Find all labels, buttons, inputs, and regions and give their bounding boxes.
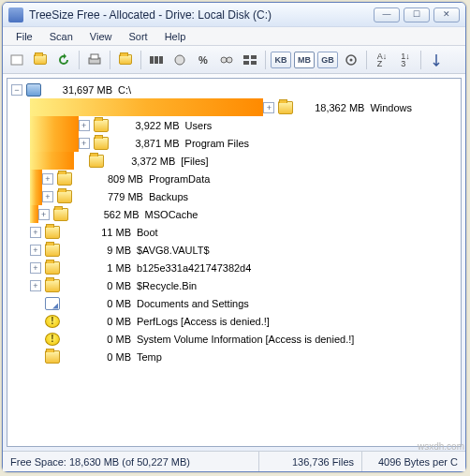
toolbar-separator: [265, 51, 266, 69]
tree-row[interactable]: +3,871 MBProgram Files: [7, 134, 461, 152]
tree-row[interactable]: +562 MBMSOCache: [7, 205, 461, 223]
allocated-mode-button[interactable]: [169, 50, 190, 70]
unit-gb-button[interactable]: GB: [317, 52, 338, 68]
expand-toggle[interactable]: +: [38, 209, 50, 220]
auto-unit-button[interactable]: [341, 50, 361, 70]
tree-row[interactable]: !0 MBPerfLogs [Access is denied.!]: [7, 312, 461, 330]
unit-kb-button[interactable]: KB: [271, 52, 291, 68]
row-name: Windows: [370, 102, 412, 113]
expand-toggle[interactable]: +: [79, 120, 90, 131]
title-bar[interactable]: TreeSize Free - Allocated - Drive: Local…: [3, 3, 465, 27]
warn-icon: !: [45, 315, 60, 328]
folder-icon: [45, 350, 60, 364]
toolbar-separator: [420, 51, 421, 69]
row-size: 0 MB: [66, 316, 137, 327]
svg-point-14: [350, 58, 353, 61]
row-size: 562 MB: [74, 209, 145, 220]
size-bar: [30, 116, 79, 134]
row-size: 0 MB: [66, 298, 137, 309]
row-name: PerfLogs [Access is denied.!]: [137, 316, 270, 327]
row-size: 3,372 MB: [110, 156, 181, 167]
menu-help[interactable]: Help: [157, 29, 194, 44]
tree-row[interactable]: !0 MBSystem Volume Information [Access i…: [7, 330, 461, 348]
size-bar: [30, 187, 42, 205]
close-button[interactable]: ✕: [433, 7, 460, 22]
svg-rect-4: [154, 56, 158, 64]
menu-file[interactable]: File: [8, 29, 40, 44]
toolbar-separator: [79, 51, 80, 69]
folder-icon: [89, 155, 104, 168]
expand-toggle[interactable]: +: [30, 227, 41, 238]
row-name: Users: [185, 120, 213, 131]
size-bar: [30, 170, 42, 187]
size-bar: [30, 134, 79, 152]
new-scan-button[interactable]: [7, 50, 27, 70]
expand-toggle: [74, 156, 85, 167]
tree-row[interactable]: +1 MBb125e331a421747382d4: [7, 259, 461, 276]
app-window: TreeSize Free - Allocated - Drive: Local…: [2, 2, 466, 472]
tree-row[interactable]: +3,922 MBUsers: [7, 116, 461, 134]
row-name: System Volume Information [Access is den…: [137, 334, 354, 345]
expand-toggle: [30, 298, 41, 309]
expand-toggle: [30, 316, 41, 327]
size-bar: [30, 98, 263, 116]
row-name: MSOCache: [145, 209, 198, 220]
expand-toggle[interactable]: +: [263, 102, 274, 113]
row-name: b125e331a421747382d4: [137, 262, 251, 274]
percent-mode-button[interactable]: %: [193, 50, 213, 70]
folder-icon: [45, 244, 60, 257]
toolbar-separator: [140, 51, 141, 69]
row-name: Documents and Settings: [137, 298, 249, 309]
folder-icon: [57, 190, 72, 203]
sort-name-button[interactable]: A↓Z: [372, 50, 392, 70]
expand-button[interactable]: [426, 50, 447, 70]
expand-toggle[interactable]: +: [79, 138, 90, 149]
row-size: 0 MB: [66, 351, 137, 363]
maximize-button[interactable]: ☐: [404, 7, 430, 22]
tree-view[interactable]: − 31,697 MB C:\ +18,362 MBWindows+3,922 …: [7, 78, 462, 447]
tree-row[interactable]: +0 MB$Recycle.Bin: [7, 276, 461, 294]
open-folder-button[interactable]: [30, 50, 51, 70]
explore-button[interactable]: [115, 50, 136, 70]
svg-rect-5: [159, 56, 163, 64]
tree-row[interactable]: +779 MBBackups: [7, 187, 461, 205]
drive-icon: [26, 83, 41, 97]
tree-row[interactable]: +809 MBProgramData: [7, 170, 461, 187]
svg-rect-0: [11, 55, 22, 65]
tree-row[interactable]: +11 MBBoot: [7, 223, 461, 241]
tree-row[interactable]: +18,362 MBWindows: [7, 98, 461, 116]
sort-size-button[interactable]: 1↓3: [395, 50, 416, 70]
filecount-mode-button[interactable]: [216, 50, 237, 70]
unit-mb-button[interactable]: MB: [294, 52, 315, 68]
menu-bar: File Scan View Sort Help: [3, 27, 465, 46]
menu-sort[interactable]: Sort: [121, 29, 154, 44]
expand-toggle[interactable]: +: [42, 173, 53, 185]
svg-rect-2: [91, 54, 98, 59]
menu-scan[interactable]: Scan: [42, 29, 81, 44]
menu-view[interactable]: View: [82, 29, 120, 44]
size-bar: [30, 205, 38, 223]
tree-row[interactable]: 0 MBDocuments and Settings: [7, 294, 461, 312]
status-free-space: Free Space: 18,630 MB (of 50,227 MB): [3, 452, 259, 471]
row-size: 0 MB: [66, 334, 137, 345]
tree-row[interactable]: +9 MB$AVG8.VAULT$: [7, 241, 461, 259]
row-name: Backups: [149, 191, 188, 202]
refresh-button[interactable]: [53, 50, 74, 70]
expand-toggle[interactable]: +: [42, 191, 53, 202]
details-mode-button[interactable]: [240, 50, 260, 70]
row-size: 3,922 MB: [114, 120, 185, 131]
expand-toggle[interactable]: +: [30, 280, 41, 291]
row-size: 0 MB: [66, 280, 137, 291]
expand-toggle[interactable]: +: [30, 245, 41, 256]
expand-toggle: [30, 334, 41, 345]
size-mode-button[interactable]: [146, 50, 167, 70]
tree-row[interactable]: 3,372 MB[Files]: [7, 152, 461, 170]
print-button[interactable]: [84, 50, 105, 70]
toolbar-separator: [366, 51, 367, 69]
minimize-button[interactable]: —: [374, 7, 400, 22]
folder-icon: [57, 172, 72, 186]
collapse-toggle[interactable]: −: [11, 84, 22, 96]
tree-root-row[interactable]: − 31,697 MB C:\: [7, 81, 461, 98]
tree-row[interactable]: 0 MBTemp: [7, 348, 461, 365]
expand-toggle[interactable]: +: [30, 262, 41, 274]
